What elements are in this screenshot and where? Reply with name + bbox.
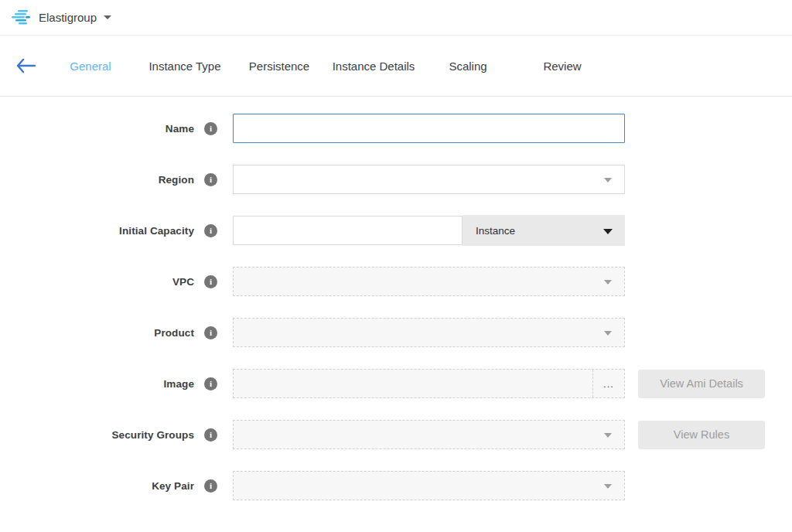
field-row-name: Name i bbox=[0, 114, 792, 143]
capacity-unit-select[interactable]: Instance bbox=[463, 215, 625, 246]
tab-instance-type[interactable]: Instance Type bbox=[138, 55, 232, 77]
key-pair-label: Key Pair bbox=[152, 480, 194, 492]
chevron-down-icon bbox=[604, 433, 612, 438]
tab-instance-details[interactable]: Instance Details bbox=[326, 55, 421, 77]
name-label: Name bbox=[166, 123, 194, 135]
security-groups-select bbox=[233, 420, 625, 449]
view-rules-button[interactable]: View Rules bbox=[638, 421, 765, 449]
vpc-label: VPC bbox=[172, 276, 194, 288]
initial-capacity-label: Initial Capacity bbox=[119, 225, 194, 237]
brand-menu[interactable]: Elastigroup bbox=[11, 8, 111, 28]
product-label: Product bbox=[154, 327, 194, 339]
chevron-down-icon bbox=[604, 280, 612, 285]
field-row-key-pair: Key Pair i bbox=[0, 471, 792, 500]
field-row-initial-capacity: Initial Capacity i Instance bbox=[0, 216, 792, 245]
image-browse-button[interactable]: ... bbox=[592, 370, 624, 397]
tab-persistence[interactable]: Persistence bbox=[232, 55, 326, 77]
info-icon[interactable]: i bbox=[204, 275, 217, 288]
field-row-region: Region i bbox=[0, 165, 792, 194]
capacity-unit-value: Instance bbox=[476, 225, 515, 237]
brand-name: Elastigroup bbox=[39, 11, 97, 24]
elastigroup-logo-icon bbox=[11, 8, 31, 28]
general-form: Name i Region i Initial Capacity i Insta… bbox=[0, 97, 792, 500]
tab-review[interactable]: Review bbox=[515, 55, 609, 77]
chevron-down-icon bbox=[604, 331, 612, 336]
initial-capacity-input[interactable] bbox=[233, 216, 463, 245]
info-icon[interactable]: i bbox=[204, 428, 217, 442]
info-icon[interactable]: i bbox=[204, 479, 217, 493]
tab-general[interactable]: General bbox=[43, 55, 138, 77]
product-select bbox=[233, 318, 625, 347]
field-row-image: Image i ... View Ami Details bbox=[0, 369, 792, 398]
chevron-down-icon bbox=[603, 229, 613, 234]
chevron-down-icon bbox=[604, 484, 612, 489]
image-picker: ... bbox=[233, 369, 625, 398]
image-value bbox=[234, 370, 592, 397]
back-arrow-icon bbox=[15, 58, 36, 73]
chevron-down-icon bbox=[604, 178, 612, 182]
wizard-tab-bar: General Instance Type Persistence Instan… bbox=[0, 36, 792, 97]
info-icon[interactable]: i bbox=[204, 326, 217, 339]
field-row-product: Product i bbox=[0, 318, 792, 347]
back-button[interactable] bbox=[14, 54, 37, 77]
top-bar: Elastigroup bbox=[0, 0, 792, 36]
vpc-select bbox=[233, 267, 625, 296]
security-groups-label: Security Groups bbox=[111, 429, 194, 441]
info-icon[interactable]: i bbox=[204, 377, 217, 390]
region-select[interactable] bbox=[233, 165, 625, 194]
info-icon[interactable]: i bbox=[204, 122, 217, 135]
info-icon[interactable]: i bbox=[204, 173, 217, 186]
tab-list: General Instance Type Persistence Instan… bbox=[43, 55, 609, 77]
brand-caret-icon[interactable] bbox=[104, 15, 111, 19]
key-pair-select bbox=[233, 471, 625, 500]
region-label: Region bbox=[159, 174, 194, 186]
info-icon[interactable]: i bbox=[204, 224, 217, 237]
view-ami-details-button[interactable]: View Ami Details bbox=[638, 370, 765, 398]
field-row-vpc: VPC i bbox=[0, 267, 792, 296]
name-input[interactable] bbox=[233, 114, 625, 143]
field-row-security-groups: Security Groups i View Rules bbox=[0, 420, 792, 449]
tab-scaling[interactable]: Scaling bbox=[421, 55, 515, 77]
image-label: Image bbox=[163, 378, 194, 390]
